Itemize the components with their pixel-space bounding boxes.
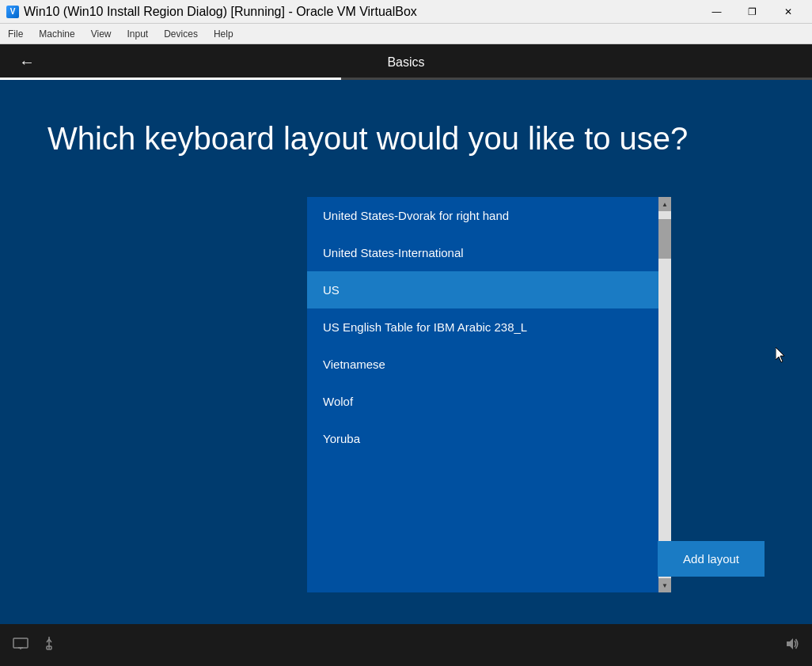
list-item-selected[interactable]: US (307, 271, 658, 308)
back-button[interactable]: ← (13, 50, 41, 74)
scroll-thumb[interactable] (658, 219, 671, 259)
title-bar-left: V Win10 (Win10 Install Region Dialog) [R… (6, 5, 417, 19)
list-item[interactable]: US English Table for IBM Arabic 238_L (307, 308, 658, 346)
window-controls[interactable]: — ❐ ✕ (699, 0, 806, 24)
keyboard-list-wrapper: United States-Dvorak for right hand Unit… (307, 197, 671, 592)
minimize-button[interactable]: — (699, 0, 734, 24)
restore-button[interactable]: ❐ (734, 0, 770, 24)
scroll-up-button[interactable]: ▲ (658, 197, 671, 211)
menu-machine[interactable]: Machine (31, 24, 82, 44)
list-item[interactable]: United States-Dvorak for right hand (307, 197, 658, 234)
scrollbar[interactable]: ▲ ▼ (658, 197, 671, 592)
vm-header-bar: ← Basics (0, 44, 812, 80)
status-bar-right (784, 636, 799, 652)
window-title: Win10 (Win10 Install Region Dialog) [Run… (24, 5, 417, 19)
status-bar (0, 624, 812, 664)
audio-icon[interactable] (784, 636, 799, 652)
list-item[interactable]: Yoruba (307, 420, 658, 457)
list-item[interactable]: Wolof (307, 383, 658, 420)
close-button[interactable]: ✕ (770, 0, 806, 24)
svg-rect-0 (13, 638, 28, 648)
menu-bar: File Machine View Input Devices Help (0, 24, 812, 44)
scroll-down-button[interactable]: ▼ (658, 578, 671, 592)
usb-icon[interactable] (41, 636, 57, 652)
mouse-cursor (776, 347, 788, 363)
add-layout-button[interactable]: Add layout (658, 541, 765, 577)
menu-view[interactable]: View (83, 24, 120, 44)
menu-input[interactable]: Input (120, 24, 157, 44)
menu-help[interactable]: Help (206, 24, 241, 44)
keyboard-layout-list[interactable]: United States-Dvorak for right hand Unit… (307, 197, 658, 592)
app-icon: V (6, 6, 19, 18)
menu-devices[interactable]: Devices (156, 24, 206, 44)
question-heading: Which keyboard layout would you like to … (47, 119, 760, 157)
status-bar-left (13, 636, 57, 652)
menu-file[interactable]: File (0, 24, 31, 44)
display-icon[interactable] (13, 636, 28, 652)
scroll-track[interactable] (658, 211, 671, 578)
list-item[interactable]: United States-International (307, 234, 658, 271)
title-bar: V Win10 (Win10 Install Region Dialog) [R… (0, 0, 812, 24)
list-item[interactable]: Vietnamese (307, 346, 658, 383)
vm-header-title: Basics (387, 55, 424, 70)
vm-content-area: Which keyboard layout would you like to … (0, 80, 812, 624)
